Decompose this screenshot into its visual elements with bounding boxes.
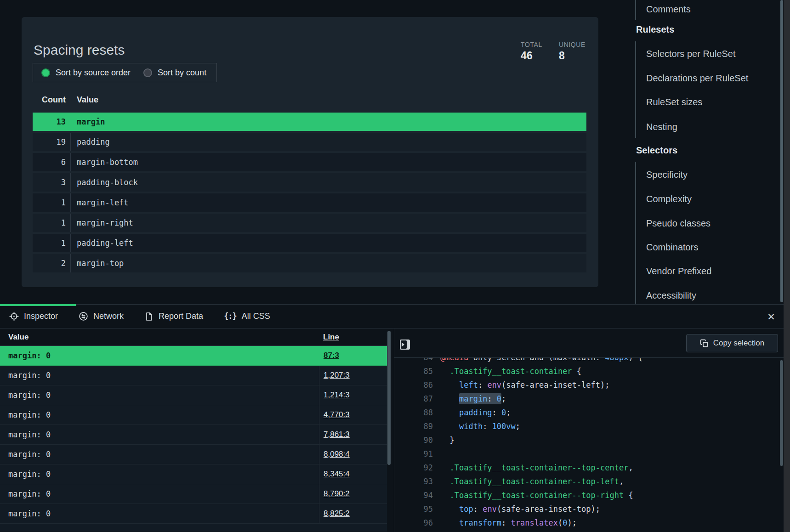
sidebar-item-nesting[interactable]: Nesting	[646, 120, 677, 133]
tab-network[interactable]: Network	[79, 311, 124, 321]
tab-report-data[interactable]: Report Data	[144, 311, 203, 321]
result-row[interactable]: margin: 08,345:4	[0, 464, 387, 484]
line-number: 93	[394, 475, 433, 488]
table-row[interactable]: 1margin-right	[33, 214, 586, 232]
code-line: 91	[394, 447, 784, 461]
page-scrollbar-track[interactable]	[784, 0, 790, 532]
table-row[interactable]: 3padding-block	[33, 173, 586, 192]
result-line-cell: 4,770:3	[319, 405, 387, 424]
column-separator	[70, 214, 71, 232]
result-row[interactable]: margin: 07,861:3	[0, 425, 387, 445]
code-text: padding: 0;	[440, 408, 511, 417]
result-row[interactable]: margin: 01,207:3	[0, 366, 387, 385]
result-row[interactable]: margin: 08,098:4	[0, 445, 387, 464]
code-token: .Toastify__toast-container--top-center	[449, 463, 628, 472]
results-line-header[interactable]: Line	[319, 333, 387, 342]
result-row[interactable]: margin: 08,825:2	[0, 504, 387, 524]
close-panel-button[interactable]: ✕	[765, 311, 778, 323]
sidebar-item-complexity[interactable]: Complexity	[646, 192, 692, 205]
code-token	[440, 380, 459, 390]
sidebar-item-vendor-prefixed[interactable]: Vendor Prefixed	[646, 265, 711, 277]
code-token: {	[624, 491, 633, 500]
target-icon	[9, 311, 19, 321]
stat-unique: UNIQUE 8	[559, 41, 585, 62]
card-title: Spacing resets	[34, 42, 125, 58]
code-token: ;	[516, 422, 520, 431]
code-token	[440, 491, 449, 500]
table-row[interactable]: 6margin-bottom	[33, 153, 586, 171]
code-line: 92 .Toastify__toast-container--top-cente…	[394, 461, 784, 475]
code-line: 94 .Toastify__toast-container--top-right…	[394, 488, 784, 502]
stat-unique-label: UNIQUE	[559, 41, 585, 48]
line-number: 91	[394, 447, 433, 461]
result-line-link[interactable]: 87:3	[324, 351, 339, 360]
code-token: width	[459, 422, 483, 431]
result-row[interactable]: margin: 087:3	[0, 346, 387, 366]
radio-selected-icon[interactable]	[41, 68, 50, 77]
results-scrollbar-thumb[interactable]	[387, 331, 391, 465]
code-token: .Toastify__toast-container	[449, 367, 572, 376]
sidebar-item-specificity[interactable]: Specificity	[646, 168, 688, 181]
line-number: 87	[394, 392, 433, 406]
toggle-sidebar-icon[interactable]	[400, 340, 410, 350]
result-line-link[interactable]: 8,345:4	[324, 470, 350, 479]
result-row[interactable]: margin: 01,214:3	[0, 385, 387, 405]
result-row[interactable]: margin: 04,770:3	[0, 405, 387, 425]
sidebar-item-declarations-per-ruleset[interactable]: Declarations per RuleSet	[646, 72, 748, 85]
stat-total: TOTAL 46	[521, 41, 542, 62]
transfer-icon	[79, 311, 88, 321]
tab-inspector[interactable]: Inspector	[9, 311, 58, 321]
result-line-link[interactable]: 8,825:2	[324, 509, 350, 518]
result-line-link[interactable]: 8,098:4	[324, 450, 350, 459]
table-row[interactable]: 1padding-left	[33, 234, 586, 252]
row-value: margin	[77, 117, 105, 126]
inspector-results-table: Value Line margin: 087:3margin: 01,207:3…	[0, 328, 387, 532]
code-token: {	[572, 367, 581, 376]
result-line-cell: 8,825:2	[319, 504, 387, 523]
result-row[interactable]: margin: 08,790:2	[0, 484, 387, 504]
radio-unselected-icon[interactable]	[143, 68, 152, 77]
code-scrollbar-thumb[interactable]	[780, 360, 783, 466]
card-table-header: Count Value	[33, 95, 98, 105]
sidebar-item-pseudo-classes[interactable]: Pseudo classes	[646, 217, 710, 230]
column-separator	[70, 193, 71, 212]
result-line-link[interactable]: 1,207:3	[324, 371, 350, 380]
sidebar-item-comments[interactable]: Comments	[646, 3, 691, 16]
code-token	[440, 504, 459, 514]
code-token: ,	[628, 463, 633, 472]
table-row[interactable]: 13margin	[33, 113, 586, 131]
sidebar-item-ruleset-sizes[interactable]: RuleSet sizes	[646, 96, 702, 108]
code-token: :	[492, 408, 501, 417]
result-value: margin: 0	[0, 509, 319, 518]
code-token: 0	[501, 408, 506, 417]
table-row[interactable]: 1margin-left	[33, 193, 586, 212]
row-value: padding-left	[77, 238, 133, 248]
sidebar-item-selectors-per-ruleset[interactable]: Selectors per RuleSet	[646, 47, 736, 60]
result-line-link[interactable]: 4,770:3	[324, 410, 350, 419]
code-text: .Toastify__toast-container--top-center,	[440, 463, 633, 472]
copy-selection-button[interactable]: Copy selection	[686, 334, 778, 352]
stat-unique-value: 8	[559, 50, 565, 62]
row-count: 1	[33, 238, 66, 248]
result-line-link[interactable]: 1,214:3	[324, 391, 350, 400]
sort-option-source-order[interactable]: Sort by source order	[41, 68, 131, 78]
sort-option-count[interactable]: Sort by count	[143, 68, 206, 78]
css-code-viewer[interactable]: 84@media only screen and (max-width: 480…	[394, 358, 784, 532]
spacing-resets-card: Spacing resets TOTAL 46 UNIQUE 8 Sort by…	[22, 17, 598, 287]
results-header-row: Value Line	[0, 328, 387, 346]
stat-total-value: 46	[521, 50, 533, 62]
result-line-link[interactable]: 7,861:3	[324, 430, 350, 439]
code-token: 0	[563, 518, 567, 527]
code-token: );	[567, 518, 576, 527]
line-number: 88	[394, 406, 433, 419]
result-line-link[interactable]: 8,790:2	[324, 489, 350, 498]
page-scrollbar-thumb[interactable]	[780, 0, 783, 302]
sidebar-item-combinators[interactable]: Combinators	[646, 241, 698, 254]
line-number: 89	[394, 419, 433, 433]
result-value: margin: 0	[0, 489, 319, 498]
tab-all-css[interactable]: {:}All CSS	[224, 311, 270, 321]
sidebar-item-accessibility[interactable]: Accessibility	[646, 289, 696, 302]
table-row[interactable]: 2margin-top	[33, 254, 586, 272]
code-token: padding	[459, 408, 492, 417]
table-row[interactable]: 19padding	[33, 133, 586, 151]
